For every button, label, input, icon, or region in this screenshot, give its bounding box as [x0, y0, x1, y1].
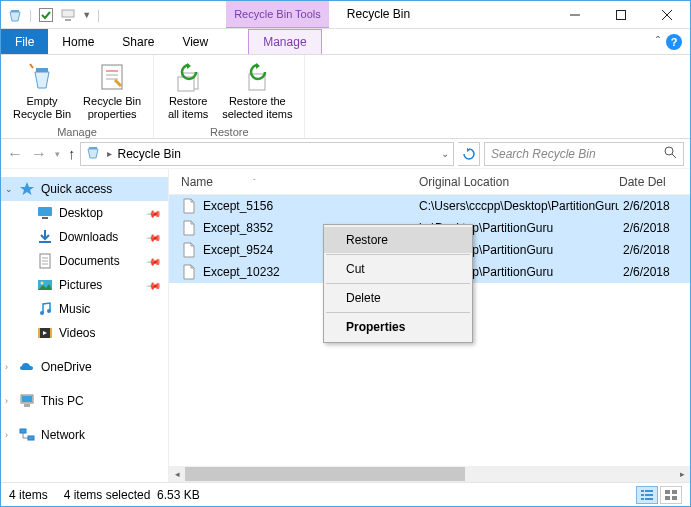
table-row[interactable]: Except_5156C:\Users\cccpp\Desktop\Partit…	[169, 195, 690, 217]
breadcrumb-chevron-icon[interactable]: ▸	[107, 148, 112, 159]
svg-rect-7	[36, 68, 48, 72]
navigation-bar: ← → ▾ ↑ ▸ Recycle Bin ⌄ Search Recycle B…	[1, 139, 690, 169]
expand-icon[interactable]: ›	[5, 362, 8, 372]
horizontal-scrollbar[interactable]: ◂ ▸	[169, 466, 690, 482]
context-menu-delete[interactable]: Delete	[324, 285, 472, 311]
maximize-button[interactable]	[598, 1, 644, 28]
context-menu-cut[interactable]: Cut	[324, 256, 472, 282]
sidebar-item-onedrive[interactable]: › OneDrive	[1, 355, 168, 379]
up-button[interactable]: ↑	[68, 145, 76, 162]
ribbon-group-restore: Restore all items Restore the selected i…	[154, 55, 305, 138]
chevron-down-icon[interactable]: ▼	[82, 10, 91, 20]
tab-home[interactable]: Home	[48, 29, 108, 54]
svg-rect-1	[40, 8, 53, 21]
sidebar-item-music[interactable]: Music	[1, 297, 168, 321]
pin-icon: 📌	[146, 229, 162, 245]
back-button[interactable]: ←	[7, 145, 23, 163]
tab-share[interactable]: Share	[108, 29, 168, 54]
sidebar-item-quick-access[interactable]: ⌄ Quick access	[1, 177, 168, 201]
menu-separator	[326, 283, 470, 284]
restore-all-button[interactable]: Restore all items	[160, 59, 216, 122]
address-bar[interactable]: ▸ Recycle Bin ⌄	[80, 142, 455, 166]
svg-point-16	[665, 147, 673, 155]
thumbnails-view-button[interactable]	[660, 486, 682, 504]
recent-locations-button[interactable]: ▾	[55, 149, 60, 159]
scrollbar-track[interactable]	[185, 466, 674, 482]
tab-manage[interactable]: Manage	[248, 29, 321, 54]
pin-icon: 📌	[146, 205, 162, 221]
breadcrumb-item[interactable]: Recycle Bin	[118, 147, 181, 161]
sidebar-item-downloads[interactable]: Downloads 📌	[1, 225, 168, 249]
svg-rect-20	[39, 241, 51, 243]
recycle-bin-properties-button[interactable]: Recycle Bin properties	[77, 59, 147, 122]
file-location: C:\Users\cccpp\Desktop\PartitionGuru	[419, 199, 619, 213]
svg-rect-36	[28, 436, 34, 440]
file-name: Except_5156	[203, 199, 273, 213]
address-dropdown-icon[interactable]: ⌄	[441, 148, 449, 159]
dropdown-icon[interactable]	[60, 7, 76, 23]
expand-icon[interactable]: ⌄	[5, 184, 13, 194]
scroll-right-button[interactable]: ▸	[674, 466, 690, 482]
svg-rect-31	[50, 328, 52, 338]
file-name: Except_10232	[203, 265, 280, 279]
context-menu: Restore Cut Delete Properties	[323, 224, 473, 343]
column-header-name[interactable]: Name ˆ	[169, 175, 419, 189]
svg-rect-33	[22, 396, 32, 402]
collapse-ribbon-icon[interactable]: ˆ	[656, 35, 660, 49]
context-menu-properties[interactable]: Properties	[324, 314, 472, 340]
sidebar-item-this-pc[interactable]: › This PC	[1, 389, 168, 413]
sort-asc-icon: ˆ	[253, 177, 256, 186]
downloads-icon	[37, 229, 53, 245]
videos-icon	[37, 325, 53, 341]
ribbon-label: Recycle Bin properties	[83, 95, 141, 120]
svg-rect-2	[62, 10, 74, 17]
help-icon[interactable]: ?	[666, 34, 682, 50]
column-header-location[interactable]: Original Location	[419, 175, 619, 189]
onedrive-icon	[19, 359, 35, 375]
ribbon-group-manage: Empty Recycle Bin Recycle Bin properties…	[1, 55, 154, 138]
status-bar: 4 items 4 items selected 6.53 KB	[1, 482, 690, 506]
minimize-button[interactable]	[552, 1, 598, 28]
empty-recycle-bin-button[interactable]: Empty Recycle Bin	[7, 59, 77, 122]
tab-file[interactable]: File	[1, 29, 48, 54]
tab-view[interactable]: View	[168, 29, 222, 54]
close-button[interactable]	[644, 1, 690, 28]
restore-selected-button[interactable]: Restore the selected items	[216, 59, 298, 122]
svg-rect-0	[11, 10, 19, 12]
scroll-left-button[interactable]: ◂	[169, 466, 185, 482]
context-menu-restore[interactable]: Restore	[324, 227, 472, 253]
search-input[interactable]: Search Recycle Bin	[484, 142, 684, 166]
svg-rect-44	[672, 490, 677, 494]
file-icon	[181, 220, 197, 236]
details-view-button[interactable]	[636, 486, 658, 504]
ribbon-group-label: Manage	[1, 126, 153, 140]
svg-line-17	[672, 154, 676, 158]
refresh-button[interactable]	[458, 142, 480, 166]
sidebar-item-desktop[interactable]: Desktop 📌	[1, 201, 168, 225]
svg-rect-40	[645, 494, 653, 496]
sidebar-item-pictures[interactable]: Pictures 📌	[1, 273, 168, 297]
this-pc-icon	[19, 393, 35, 409]
svg-rect-35	[20, 429, 26, 433]
sidebar-label: This PC	[41, 394, 84, 408]
column-header-date[interactable]: Date Del	[619, 175, 690, 189]
sidebar-item-documents[interactable]: Documents 📌	[1, 249, 168, 273]
window-title: Recycle Bin	[329, 1, 428, 28]
sidebar-item-videos[interactable]: Videos	[1, 321, 168, 345]
ribbon-label: Empty Recycle Bin	[13, 95, 71, 120]
expand-icon[interactable]: ›	[5, 396, 8, 406]
sidebar-label: Music	[59, 302, 90, 316]
svg-rect-42	[645, 498, 653, 500]
expand-icon[interactable]: ›	[5, 430, 8, 440]
properties-icon	[96, 61, 128, 93]
sidebar-label: Quick access	[41, 182, 112, 196]
window-controls	[552, 1, 690, 28]
sidebar-label: Downloads	[59, 230, 118, 244]
sidebar-item-network[interactable]: › Network	[1, 423, 168, 447]
status-selected: 4 items selected 6.53 KB	[64, 488, 200, 502]
checkbox-icon[interactable]	[38, 7, 54, 23]
svg-rect-19	[42, 217, 48, 219]
scrollbar-thumb[interactable]	[185, 467, 465, 481]
contextual-tab-label: Recycle Bin Tools	[226, 1, 329, 28]
restore-selected-icon	[241, 61, 273, 93]
